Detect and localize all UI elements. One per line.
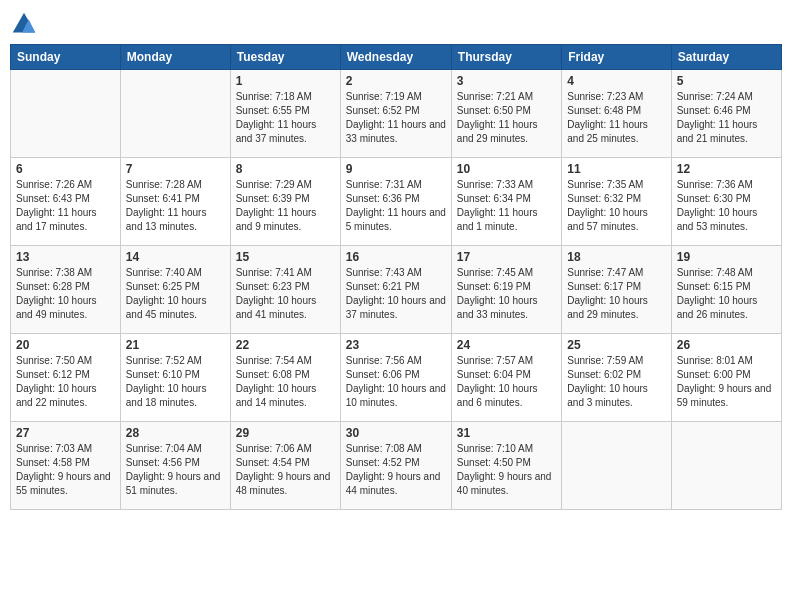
calendar-cell: 17Sunrise: 7:45 AM Sunset: 6:19 PM Dayli… [451,246,561,334]
day-info: Sunrise: 7:06 AM Sunset: 4:54 PM Dayligh… [236,442,335,498]
calendar-cell: 10Sunrise: 7:33 AM Sunset: 6:34 PM Dayli… [451,158,561,246]
calendar-cell: 3Sunrise: 7:21 AM Sunset: 6:50 PM Daylig… [451,70,561,158]
col-header-friday: Friday [562,45,671,70]
calendar-cell: 4Sunrise: 7:23 AM Sunset: 6:48 PM Daylig… [562,70,671,158]
calendar-cell: 7Sunrise: 7:28 AM Sunset: 6:41 PM Daylig… [120,158,230,246]
day-number: 14 [126,250,225,264]
day-info: Sunrise: 7:43 AM Sunset: 6:21 PM Dayligh… [346,266,446,322]
calendar-cell: 19Sunrise: 7:48 AM Sunset: 6:15 PM Dayli… [671,246,781,334]
calendar-header-row: SundayMondayTuesdayWednesdayThursdayFrid… [11,45,782,70]
calendar-cell: 11Sunrise: 7:35 AM Sunset: 6:32 PM Dayli… [562,158,671,246]
calendar-cell: 27Sunrise: 7:03 AM Sunset: 4:58 PM Dayli… [11,422,121,510]
calendar-cell [11,70,121,158]
calendar-cell: 26Sunrise: 8:01 AM Sunset: 6:00 PM Dayli… [671,334,781,422]
day-info: Sunrise: 7:29 AM Sunset: 6:39 PM Dayligh… [236,178,335,234]
calendar-cell: 16Sunrise: 7:43 AM Sunset: 6:21 PM Dayli… [340,246,451,334]
calendar-cell: 28Sunrise: 7:04 AM Sunset: 4:56 PM Dayli… [120,422,230,510]
calendar-cell: 15Sunrise: 7:41 AM Sunset: 6:23 PM Dayli… [230,246,340,334]
day-number: 24 [457,338,556,352]
day-info: Sunrise: 7:10 AM Sunset: 4:50 PM Dayligh… [457,442,556,498]
calendar-cell: 5Sunrise: 7:24 AM Sunset: 6:46 PM Daylig… [671,70,781,158]
day-number: 28 [126,426,225,440]
logo-icon [10,10,38,38]
day-number: 16 [346,250,446,264]
day-number: 1 [236,74,335,88]
day-info: Sunrise: 7:38 AM Sunset: 6:28 PM Dayligh… [16,266,115,322]
day-number: 19 [677,250,776,264]
day-info: Sunrise: 7:41 AM Sunset: 6:23 PM Dayligh… [236,266,335,322]
day-number: 12 [677,162,776,176]
day-info: Sunrise: 7:31 AM Sunset: 6:36 PM Dayligh… [346,178,446,234]
day-number: 26 [677,338,776,352]
calendar-cell: 24Sunrise: 7:57 AM Sunset: 6:04 PM Dayli… [451,334,561,422]
day-number: 22 [236,338,335,352]
week-row-2: 6Sunrise: 7:26 AM Sunset: 6:43 PM Daylig… [11,158,782,246]
col-header-wednesday: Wednesday [340,45,451,70]
day-number: 20 [16,338,115,352]
day-number: 10 [457,162,556,176]
calendar-cell: 22Sunrise: 7:54 AM Sunset: 6:08 PM Dayli… [230,334,340,422]
calendar-cell: 31Sunrise: 7:10 AM Sunset: 4:50 PM Dayli… [451,422,561,510]
calendar-cell [671,422,781,510]
day-info: Sunrise: 8:01 AM Sunset: 6:00 PM Dayligh… [677,354,776,410]
day-number: 18 [567,250,665,264]
calendar-cell: 12Sunrise: 7:36 AM Sunset: 6:30 PM Dayli… [671,158,781,246]
day-number: 8 [236,162,335,176]
day-info: Sunrise: 7:03 AM Sunset: 4:58 PM Dayligh… [16,442,115,498]
day-info: Sunrise: 7:40 AM Sunset: 6:25 PM Dayligh… [126,266,225,322]
day-info: Sunrise: 7:19 AM Sunset: 6:52 PM Dayligh… [346,90,446,146]
day-info: Sunrise: 7:21 AM Sunset: 6:50 PM Dayligh… [457,90,556,146]
day-number: 21 [126,338,225,352]
calendar-cell: 8Sunrise: 7:29 AM Sunset: 6:39 PM Daylig… [230,158,340,246]
day-info: Sunrise: 7:18 AM Sunset: 6:55 PM Dayligh… [236,90,335,146]
day-number: 9 [346,162,446,176]
day-info: Sunrise: 7:54 AM Sunset: 6:08 PM Dayligh… [236,354,335,410]
week-row-1: 1Sunrise: 7:18 AM Sunset: 6:55 PM Daylig… [11,70,782,158]
day-info: Sunrise: 7:04 AM Sunset: 4:56 PM Dayligh… [126,442,225,498]
day-number: 3 [457,74,556,88]
day-number: 11 [567,162,665,176]
calendar-cell: 23Sunrise: 7:56 AM Sunset: 6:06 PM Dayli… [340,334,451,422]
day-info: Sunrise: 7:26 AM Sunset: 6:43 PM Dayligh… [16,178,115,234]
day-info: Sunrise: 7:23 AM Sunset: 6:48 PM Dayligh… [567,90,665,146]
calendar-cell: 9Sunrise: 7:31 AM Sunset: 6:36 PM Daylig… [340,158,451,246]
day-info: Sunrise: 7:47 AM Sunset: 6:17 PM Dayligh… [567,266,665,322]
day-number: 13 [16,250,115,264]
calendar-cell: 25Sunrise: 7:59 AM Sunset: 6:02 PM Dayli… [562,334,671,422]
day-number: 27 [16,426,115,440]
day-number: 2 [346,74,446,88]
calendar-cell [120,70,230,158]
page-header [10,10,782,38]
day-info: Sunrise: 7:36 AM Sunset: 6:30 PM Dayligh… [677,178,776,234]
day-info: Sunrise: 7:50 AM Sunset: 6:12 PM Dayligh… [16,354,115,410]
calendar-cell [562,422,671,510]
calendar-cell: 1Sunrise: 7:18 AM Sunset: 6:55 PM Daylig… [230,70,340,158]
col-header-saturday: Saturday [671,45,781,70]
day-number: 23 [346,338,446,352]
day-number: 25 [567,338,665,352]
col-header-monday: Monday [120,45,230,70]
day-info: Sunrise: 7:08 AM Sunset: 4:52 PM Dayligh… [346,442,446,498]
day-number: 6 [16,162,115,176]
week-row-3: 13Sunrise: 7:38 AM Sunset: 6:28 PM Dayli… [11,246,782,334]
day-number: 17 [457,250,556,264]
col-header-sunday: Sunday [11,45,121,70]
day-number: 30 [346,426,446,440]
day-number: 15 [236,250,335,264]
logo [10,10,42,38]
day-info: Sunrise: 7:48 AM Sunset: 6:15 PM Dayligh… [677,266,776,322]
day-info: Sunrise: 7:52 AM Sunset: 6:10 PM Dayligh… [126,354,225,410]
calendar-cell: 6Sunrise: 7:26 AM Sunset: 6:43 PM Daylig… [11,158,121,246]
calendar-cell: 18Sunrise: 7:47 AM Sunset: 6:17 PM Dayli… [562,246,671,334]
day-info: Sunrise: 7:33 AM Sunset: 6:34 PM Dayligh… [457,178,556,234]
calendar-cell: 29Sunrise: 7:06 AM Sunset: 4:54 PM Dayli… [230,422,340,510]
calendar-cell: 13Sunrise: 7:38 AM Sunset: 6:28 PM Dayli… [11,246,121,334]
week-row-5: 27Sunrise: 7:03 AM Sunset: 4:58 PM Dayli… [11,422,782,510]
col-header-tuesday: Tuesday [230,45,340,70]
day-number: 7 [126,162,225,176]
day-info: Sunrise: 7:24 AM Sunset: 6:46 PM Dayligh… [677,90,776,146]
day-info: Sunrise: 7:35 AM Sunset: 6:32 PM Dayligh… [567,178,665,234]
week-row-4: 20Sunrise: 7:50 AM Sunset: 6:12 PM Dayli… [11,334,782,422]
day-info: Sunrise: 7:57 AM Sunset: 6:04 PM Dayligh… [457,354,556,410]
day-info: Sunrise: 7:56 AM Sunset: 6:06 PM Dayligh… [346,354,446,410]
